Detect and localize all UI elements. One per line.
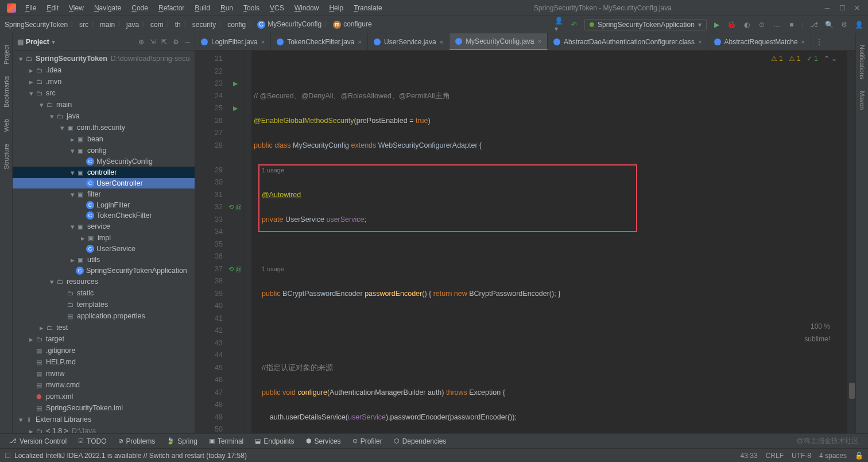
close-icon[interactable]: ✕ bbox=[853, 4, 861, 12]
project-title[interactable]: Project bbox=[17, 38, 49, 46]
tree-node[interactable]: ▸🗀< 1.8 >D:\Java bbox=[13, 425, 195, 433]
tree-node[interactable]: ▤SpringSecurityToken.iml bbox=[13, 402, 195, 414]
close-tab-icon[interactable]: × bbox=[801, 38, 805, 45]
tree-node[interactable]: ⬢pom.xml bbox=[13, 391, 195, 402]
hide-icon[interactable]: ─ bbox=[185, 38, 190, 46]
line-separator[interactable]: CRLF bbox=[766, 452, 784, 460]
editor-tab[interactable]: AbstractDaoAuthenticationConfigurer.clas… bbox=[548, 33, 708, 50]
inspections-widget[interactable]: ⚠ 1 ⚠ 1 ✓ 1 ⌃ ⌄ bbox=[771, 53, 837, 66]
breadcrumb-item[interactable]: th bbox=[175, 21, 181, 29]
tool-tab-project[interactable]: Project bbox=[3, 45, 10, 64]
tool-tab-notifications[interactable]: Notifications bbox=[859, 45, 866, 79]
settings-icon[interactable]: ⚙ bbox=[839, 20, 848, 29]
tool-tab-web[interactable]: Web bbox=[3, 119, 10, 132]
breadcrumb-item[interactable]: security bbox=[192, 21, 216, 29]
tree-node[interactable]: ▸🗀test bbox=[13, 322, 195, 333]
menu-file[interactable]: File bbox=[21, 2, 41, 14]
tree-node[interactable]: ▾▣filter bbox=[13, 188, 195, 200]
tree-node[interactable]: ▸🗀.mvn bbox=[13, 76, 195, 87]
avatar-icon[interactable]: 👤 bbox=[854, 20, 863, 29]
menu-tools[interactable]: Tools bbox=[239, 2, 264, 14]
tree-node[interactable]: ▾🗀main bbox=[13, 99, 195, 110]
expand-icon[interactable]: ⇲ bbox=[150, 38, 156, 46]
bottom-tab-profiler[interactable]: ⊙Profiler bbox=[348, 436, 387, 446]
profile-icon[interactable]: ⊙ bbox=[757, 20, 766, 29]
code-editor[interactable]: ⚠ 1 ⚠ 1 ✓ 1 ⌃ ⌄ // @Secured、@DenyAll、@Ro… bbox=[251, 51, 847, 433]
tool-tab-maven[interactable]: Maven bbox=[859, 91, 866, 110]
project-tree[interactable]: ▾🗀SpringSecurityTokenD:\download\spring-… bbox=[13, 51, 195, 433]
tree-node[interactable]: ▤HELP.md bbox=[13, 356, 195, 368]
stop-icon[interactable]: ■ bbox=[787, 20, 796, 29]
tree-node[interactable]: CTokenCheckFilter bbox=[13, 210, 195, 221]
readonly-icon[interactable]: 🔓 bbox=[855, 452, 863, 460]
tree-node[interactable]: ▤application.properties bbox=[13, 310, 195, 322]
breadcrumb-item[interactable]: com bbox=[150, 21, 164, 29]
menu-help[interactable]: Help bbox=[324, 2, 348, 14]
indent-setting[interactable]: 4 spaces bbox=[819, 452, 847, 460]
tree-node[interactable]: ▾▣service bbox=[13, 221, 195, 232]
scrollbar-thumb[interactable] bbox=[849, 383, 855, 399]
menu-navigate[interactable]: Navigate bbox=[90, 2, 126, 14]
minimize-icon[interactable]: ─ bbox=[823, 4, 831, 12]
inspection-menu-icon[interactable]: ⌃ ⌄ bbox=[824, 53, 837, 66]
tree-node[interactable]: ▾🗀resources bbox=[13, 276, 195, 287]
bottom-tab-version-control[interactable]: ⎇Version Control bbox=[5, 436, 71, 446]
bottom-tab-problems[interactable]: ⊘Problems bbox=[114, 436, 160, 446]
editor-tab[interactable]: AbstractRequestMatche× bbox=[708, 33, 812, 50]
tree-node[interactable]: ▤.gitignore bbox=[13, 345, 195, 356]
collapse-icon[interactable]: ⇱ bbox=[161, 38, 167, 46]
chevron-down-icon[interactable]: ▾ bbox=[52, 38, 55, 46]
tree-node[interactable]: ▸▣impl bbox=[13, 232, 195, 244]
menu-view[interactable]: View bbox=[64, 2, 88, 14]
status-message[interactable]: Localized IntelliJ IDEA 2022.1 is availa… bbox=[14, 452, 247, 460]
tree-node[interactable]: ▤mvnw.cmd bbox=[13, 379, 195, 391]
editor-tab[interactable]: LoginFilter.java× bbox=[195, 33, 271, 50]
tree-node[interactable]: ▸▣utils bbox=[13, 254, 195, 265]
menu-edit[interactable]: Edit bbox=[42, 2, 63, 14]
editor-tab[interactable]: MySecurityConfig.java× bbox=[450, 33, 548, 50]
tool-tab-bookmarks[interactable]: Bookmarks bbox=[3, 76, 10, 107]
menu-vcs[interactable]: VCS bbox=[265, 2, 289, 14]
error-stripe[interactable] bbox=[847, 51, 855, 433]
menu-run[interactable]: Run bbox=[216, 2, 238, 14]
close-tab-icon[interactable]: × bbox=[440, 38, 443, 45]
menu-build[interactable]: Build bbox=[190, 2, 215, 14]
more-tabs-icon[interactable]: ⋮ bbox=[811, 33, 827, 50]
breadcrumb-item[interactable]: config bbox=[227, 21, 246, 29]
bottom-tab-spring[interactable]: 🍃Spring bbox=[162, 436, 202, 446]
tree-node[interactable]: ▤mvnw bbox=[13, 368, 195, 379]
menu-translate[interactable]: Translate bbox=[349, 2, 387, 14]
close-tab-icon[interactable]: × bbox=[261, 38, 265, 45]
tree-node[interactable]: ▾🗀java bbox=[13, 110, 195, 122]
tree-node[interactable]: ▸▣bean bbox=[13, 133, 195, 145]
status-icon[interactable]: ☐ bbox=[5, 452, 11, 460]
tree-node[interactable]: ▾▣com.th.security bbox=[13, 122, 195, 133]
breadcrumb-item[interactable]: java bbox=[126, 21, 139, 29]
close-tab-icon[interactable]: × bbox=[698, 38, 702, 45]
bottom-tab-dependencies[interactable]: ⬡Dependencies bbox=[389, 436, 451, 446]
tree-node[interactable]: ▾▣config bbox=[13, 145, 195, 156]
menu-code[interactable]: Code bbox=[127, 2, 153, 14]
add-config-icon[interactable]: 👤▾ bbox=[555, 20, 564, 29]
editor-tab[interactable]: TokenCheckFilter.java× bbox=[271, 33, 368, 50]
tree-node[interactable]: CUserService bbox=[13, 244, 195, 254]
breadcrumb-item[interactable]: SpringSecurityToken bbox=[5, 21, 68, 29]
bottom-tab-services[interactable]: ⬢Services bbox=[301, 436, 346, 446]
tree-node[interactable]: ▸🗀target bbox=[13, 333, 195, 345]
breadcrumb-item[interactable]: src bbox=[79, 21, 88, 29]
editor-tab[interactable]: UserService.java× bbox=[368, 33, 450, 50]
file-encoding[interactable]: UTF-8 bbox=[792, 452, 811, 460]
tree-node[interactable]: ▸🗀.idea bbox=[13, 64, 195, 76]
gear-icon[interactable]: ⚙ bbox=[173, 38, 179, 46]
breadcrumb-class[interactable]: MySecurityConfig bbox=[257, 20, 321, 29]
back-icon[interactable]: ↶ bbox=[569, 20, 579, 29]
breadcrumb-method[interactable]: configure bbox=[333, 20, 371, 29]
close-tab-icon[interactable]: × bbox=[358, 38, 362, 45]
tree-node[interactable]: 🗀static bbox=[13, 287, 195, 299]
tree-node[interactable]: ▾▣controller bbox=[13, 167, 195, 178]
tool-tab-structure[interactable]: Structure bbox=[3, 144, 10, 170]
tree-node[interactable]: ▾🗀src bbox=[13, 87, 195, 99]
tree-node[interactable]: ▾🗀SpringSecurityTokenD:\download\spring-… bbox=[13, 53, 195, 64]
coverage-icon[interactable]: ◐ bbox=[742, 20, 751, 29]
close-tab-icon[interactable]: × bbox=[538, 38, 541, 45]
